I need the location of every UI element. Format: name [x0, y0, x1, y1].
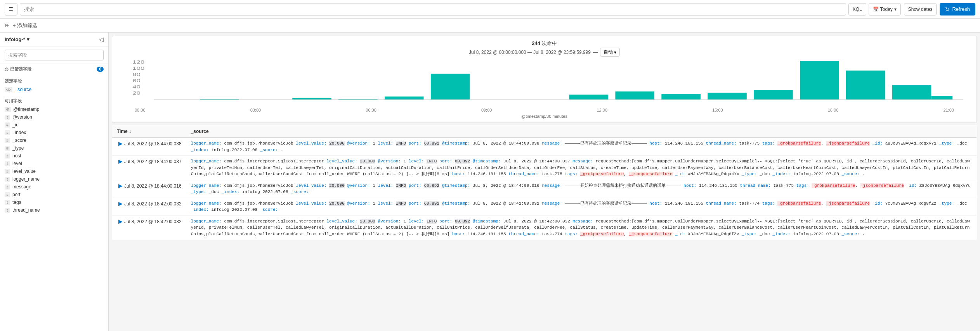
show-dates-button[interactable]: Show dates — [904, 3, 937, 16]
expand-button[interactable]: ▶ — [117, 218, 124, 224]
svg-text:40: 40 — [133, 85, 140, 89]
today-label: Today — [880, 7, 893, 12]
selected-fields-icon: ◎ — [5, 67, 9, 72]
field-name-score: _score — [12, 138, 104, 143]
svg-rect-15 — [569, 95, 609, 100]
svg-text:80: 80 — [133, 72, 140, 77]
svg-rect-23 — [931, 96, 952, 100]
expand-button[interactable]: ▶ — [117, 158, 124, 164]
field-source[interactable]: </> _source — [5, 86, 104, 93]
collapse-button[interactable]: ⊖ — [5, 22, 9, 28]
add-filter-label: + 添加筛选 — [13, 22, 37, 29]
svg-rect-9 — [292, 98, 331, 100]
field-host[interactable]: t host — [5, 152, 104, 160]
field-type-level: t — [5, 161, 10, 166]
timestamp-value: Jul 8, 2022 @ 18:42:00.032 — [124, 201, 182, 207]
svg-rect-21 — [846, 71, 885, 100]
chevron-down-icon: ▾ — [27, 36, 29, 42]
field-thread-name[interactable]: t thread_name — [5, 206, 104, 214]
available-fields-title: 可用字段 — [5, 98, 104, 104]
chart-subtitle: Jul 8, 2022 @ 00:00:00.000 — Jul 8, 2022… — [118, 48, 970, 57]
table-row: ▶Jul 8, 2022 @ 18:44:00.016logger_name: … — [112, 180, 977, 198]
time-cell[interactable]: ▶Jul 8, 2022 @ 18:42:00.032 — [112, 215, 186, 240]
sidebar-collapse-button[interactable]: ◁ — [99, 36, 104, 43]
expand-button[interactable]: ▶ — [117, 183, 124, 189]
table-row: ▶Jul 8, 2022 @ 18:44:00.037logger_name: … — [112, 156, 977, 180]
search-input[interactable] — [20, 3, 846, 16]
table-header: Time ↓ _source — [112, 126, 977, 138]
field-search-input[interactable] — [5, 50, 104, 60]
expand-button[interactable]: ▶ — [117, 200, 124, 207]
field-port[interactable]: # port — [5, 191, 104, 198]
topbar-left: ☰ KQL 📅 Today ▾ — [5, 3, 901, 16]
refresh-label: Refresh — [952, 6, 970, 12]
collapse-icon: ⊖ — [5, 22, 9, 28]
selected-fields-title: ◎ 已筛选字段 0 — [5, 66, 104, 72]
field-version[interactable]: t @version — [5, 113, 104, 121]
field-level[interactable]: t level — [5, 160, 104, 167]
source-cell: logger_name: com.dfjs.interceptor.SqlCos… — [186, 215, 977, 240]
time-cell[interactable]: ▶Jul 8, 2022 @ 18:42:00.032 — [112, 198, 186, 215]
timestamp-value: Jul 8, 2022 @ 18:44:00.037 — [124, 159, 182, 164]
field-type-row[interactable]: # _type — [5, 144, 104, 152]
auto-button[interactable]: 自动 ▾ — [600, 48, 620, 57]
expand-button[interactable]: ▶ — [117, 140, 124, 147]
index-label: infolog-* — [5, 36, 25, 42]
hit-count: 244 — [532, 40, 540, 46]
selected-count-badge: 0 — [97, 67, 104, 72]
main-layout: infolog-* ▾ ◁ ◎ 已筛选字段 0 选定字段 </> _source — [0, 33, 980, 331]
time-cell[interactable]: ▶Jul 8, 2022 @ 18:44:00.037 — [112, 156, 186, 180]
field-name-label: _source — [15, 87, 104, 92]
svg-rect-16 — [615, 91, 654, 100]
calendar-button[interactable]: 📅 Today ▾ — [869, 3, 901, 16]
kql-button[interactable]: KQL — [848, 3, 866, 16]
field-logger-name[interactable]: t logger_name — [5, 175, 104, 183]
field-type-level-value: # — [5, 169, 10, 174]
field-name-type: _type — [12, 145, 104, 151]
svg-rect-18 — [708, 93, 747, 100]
field-type-id: # — [5, 122, 10, 128]
svg-rect-12 — [431, 74, 470, 100]
sidebar-header: infolog-* ▾ ◁ — [0, 33, 108, 47]
auto-label: 自动 — [604, 49, 613, 55]
field-tags[interactable]: t tags — [5, 198, 104, 206]
field-level-value[interactable]: # level_value — [5, 167, 104, 175]
field-score[interactable]: # _score — [5, 136, 104, 144]
sidebar-search — [0, 47, 108, 64]
field-type-version: t — [5, 115, 10, 120]
field-message[interactable]: t message — [5, 183, 104, 191]
field-timestamp[interactable]: ⏱ @timestamp — [5, 105, 104, 113]
field-name-index: _index — [12, 130, 104, 135]
svg-rect-19 — [754, 90, 793, 100]
field-name-message: message — [12, 184, 104, 190]
field-name-level-value: level_value — [12, 169, 104, 174]
add-filter-button[interactable]: + 添加筛选 — [13, 22, 37, 29]
svg-text:120: 120 — [133, 60, 145, 64]
index-selector[interactable]: infolog-* ▾ — [5, 36, 29, 42]
source-cell: logger_name: com.dfjs.job.PhoneServicJob… — [186, 198, 977, 215]
results-table-area: Time ↓ _source ▶Jul 8, 2022 @ 18:44:00.0… — [112, 125, 977, 328]
table-body: ▶Jul 8, 2022 @ 18:44:00.038logger_name: … — [112, 138, 977, 240]
calendar-icon: 📅 — [873, 7, 879, 12]
content-area: 244 次命中 Jul 8, 2022 @ 00:00:00.000 — Jul… — [109, 33, 980, 331]
svg-rect-11 — [385, 97, 424, 100]
results-table: Time ↓ _source ▶Jul 8, 2022 @ 18:44:00.0… — [112, 125, 977, 240]
log-content: logger_name: com.dfjs.interceptor.SqlCos… — [191, 218, 972, 238]
field-index[interactable]: # _index — [5, 129, 104, 136]
time-cell[interactable]: ▶Jul 8, 2022 @ 18:44:00.038 — [112, 138, 186, 156]
log-content: logger_name: com.dfjs.job.PhoneServicJob… — [191, 183, 972, 195]
table-row: ▶Jul 8, 2022 @ 18:44:00.038logger_name: … — [112, 138, 977, 156]
svg-rect-22 — [892, 85, 931, 100]
menu-btn[interactable]: ☰ — [5, 3, 17, 16]
field-name-tags: tags — [12, 200, 104, 205]
svg-text:60: 60 — [133, 79, 140, 83]
refresh-button[interactable]: ↻ Refresh — [940, 3, 975, 16]
field-id[interactable]: # _id — [5, 121, 104, 129]
field-type-logger-name: t — [5, 177, 10, 182]
field-name-level: level — [12, 161, 104, 166]
chart-xlabel: @timestamp/30 minutes — [118, 114, 970, 119]
field-type-thread-name: t — [5, 208, 10, 213]
time-cell[interactable]: ▶Jul 8, 2022 @ 18:44:00.016 — [112, 180, 186, 198]
source-cell: logger_name: com.dfjs.job.PhoneServicJob… — [186, 180, 977, 198]
timestamp-value: Jul 8, 2022 @ 18:44:00.038 — [124, 141, 182, 147]
